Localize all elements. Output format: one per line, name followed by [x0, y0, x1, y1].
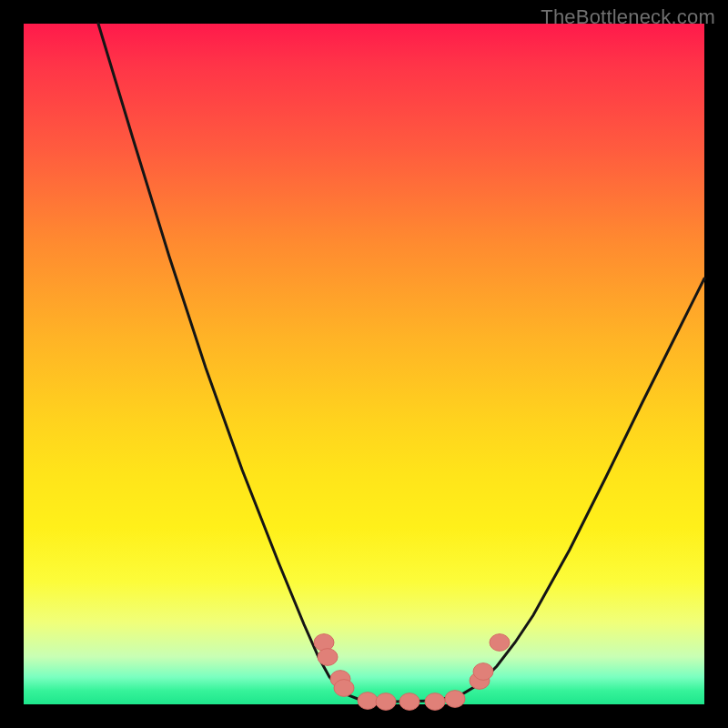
curve-marker: [399, 693, 420, 711]
curve-marker: [376, 693, 396, 711]
curve-marker: [318, 649, 338, 666]
curve-markers-group: [314, 634, 510, 711]
curve-marker: [425, 693, 445, 711]
curve-marker: [473, 663, 493, 681]
chart-panel: [24, 24, 704, 704]
bottleneck-curve-chart: [24, 24, 704, 704]
curve-marker: [490, 634, 510, 652]
curve-line: [98, 24, 704, 702]
curve-marker: [314, 634, 334, 652]
curve-marker: [334, 680, 354, 697]
curve-marker: [358, 693, 378, 710]
curve-marker: [445, 691, 465, 708]
